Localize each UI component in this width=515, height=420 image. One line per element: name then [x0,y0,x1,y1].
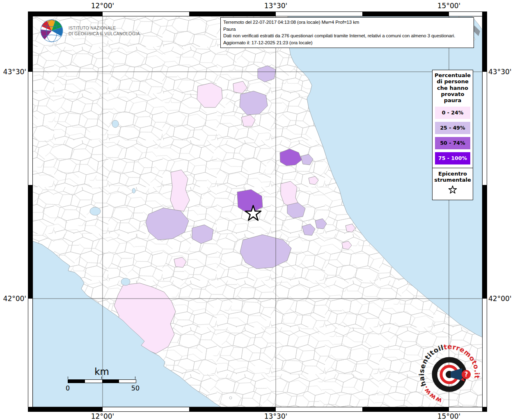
scale-start-label: 0 [66,384,70,392]
scale-end-label: 50 [131,384,140,392]
lat-label-right-42: 42°00' [488,294,511,303]
legend-item-25-49: 25 - 49% [435,122,470,134]
seismic-rings-icon: ? [435,360,471,389]
legend-item-50-74: 50 - 74% [435,137,470,149]
macroseismic-map-page: 12°00' 13°30' 15°00' 12°00' 13°30' 15°00… [0,0,515,420]
ingv-branding: ISTITUTO NAZIONALE DI GEOFISICA E VULCAN… [39,18,140,43]
scale-unit-label: km [66,366,138,377]
legend-star-icon [447,185,458,195]
lat-label-left-4330: 43°30' [0,68,26,76]
haisentito-site-logo: ? www.haisentitoilterremoto.it [404,328,494,418]
legend: Percentuale di persone che hanno provato… [432,70,473,200]
lon-label-top-15: 15°00' [437,2,460,10]
question-mark: ? [465,371,468,378]
scale-tick [68,377,68,379]
legend-item-0-24: 0 - 24% [435,107,470,119]
scale-tick [101,377,102,379]
lon-label-bot-12: 12°00' [91,412,114,420]
ingv-institute-name: ISTITUTO NAZIONALE DI GEOFISICA E VULCAN… [69,25,140,37]
lat-label-left-42: 42°00' [0,294,26,303]
legend-title: Percentuale di persone che hanno provato… [433,72,473,104]
lon-label-top-1330: 13°30' [264,2,287,10]
legend-item-75-100: 75 - 100% [435,152,470,164]
event-title: Terremoto del 22-07-2017 04:13:08 (ora l… [223,19,471,26]
lon-label-top-12: 12°00' [91,2,114,10]
lat-label-right-4330: 43°30' [488,68,511,76]
event-map-type: Paura [223,26,471,33]
ingv-globe-logo-icon [39,18,64,43]
event-info-box: Terremoto del 22-07-2017 04:13:08 (ora l… [220,17,474,48]
lon-label-bot-1330: 13°30' [264,412,287,420]
legend-divider [433,168,473,168]
event-data-note: Dati non verificati estratti da 276 ques… [223,32,471,39]
scale-tick [135,377,135,379]
event-update-time: Aggiornato il: 17-12-2025 21:23 (ora loc… [223,39,471,46]
legend-epicenter-label: Epicentro strumentale [433,171,473,183]
scale-bar-segments [68,379,136,383]
scale-bar: km 0 50 [66,366,138,396]
